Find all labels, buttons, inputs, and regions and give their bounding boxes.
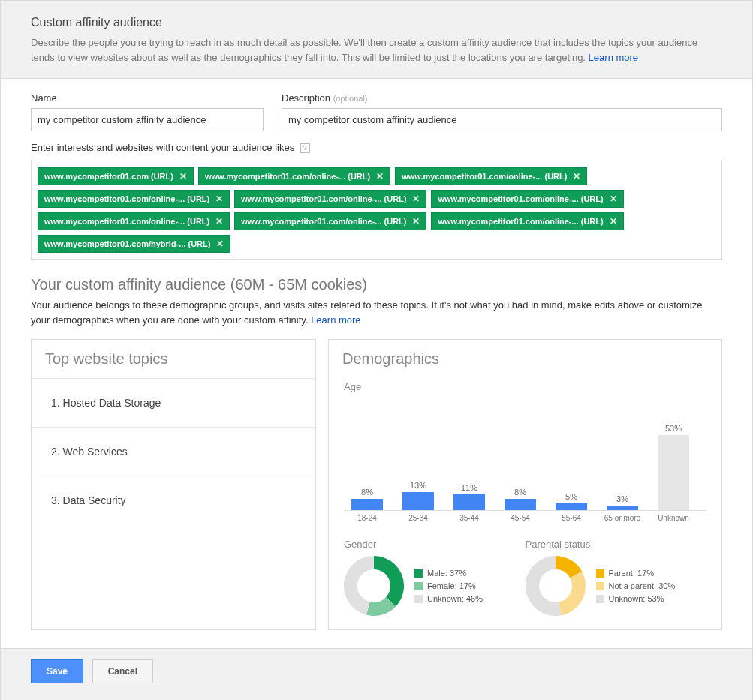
- description-input[interactable]: [282, 108, 722, 131]
- interest-chip[interactable]: www.mycompetitor01.com/online-... (URL)✕: [234, 190, 426, 208]
- close-icon[interactable]: ✕: [610, 217, 617, 226]
- chip-label: www.mycompetitor01.com/online-... (URL): [438, 217, 603, 226]
- parental-donut-chart: [526, 556, 586, 616]
- interests-label: Enter interests and websites with conten…: [31, 142, 722, 153]
- interest-chip[interactable]: www.mycompetitor01.com/hybrid-... (URL)✕: [38, 235, 230, 253]
- legend-row: Male: 37%: [414, 569, 483, 578]
- optional-hint: (optional): [333, 94, 368, 103]
- gender-donut-chart: [344, 556, 404, 616]
- topic-item: 2. Web Services: [32, 427, 315, 476]
- learn-more-link[interactable]: Learn more: [589, 52, 638, 63]
- description-label-text: Description: [282, 92, 330, 104]
- interest-chip[interactable]: www.mycompetitor01.com/online-... (URL)✕: [38, 190, 230, 208]
- bar-category-label: 65 or more: [601, 514, 644, 522]
- legend-swatch: [414, 569, 423, 578]
- bar-column: 8%: [498, 488, 542, 510]
- close-icon[interactable]: ✕: [412, 217, 420, 226]
- close-icon[interactable]: ✕: [216, 239, 224, 248]
- parental-block: Parental status Parent: 17%Not a parent:…: [526, 536, 707, 616]
- close-icon[interactable]: ✕: [215, 194, 223, 203]
- name-input[interactable]: [31, 108, 264, 131]
- bar: [658, 435, 689, 510]
- chip-label: www.mycompetitor01.com/online-... (URL): [241, 217, 406, 226]
- legend-row: Unknown: 53%: [596, 594, 676, 603]
- gender-label: Gender: [344, 539, 526, 550]
- bar: [505, 499, 536, 510]
- bar: [351, 499, 383, 510]
- bar-category-label: Unknown: [652, 514, 695, 522]
- bar-value: 11%: [461, 483, 477, 492]
- gender-legend: Male: 37%Female: 17%Unknown: 46%: [414, 565, 483, 607]
- audience-heading: Your custom affinity audience (60M - 65M…: [31, 276, 722, 293]
- chip-label: www.mycompetitor01.com (URL): [44, 172, 173, 181]
- interests-chip-box[interactable]: www.mycompetitor01.com (URL)✕www.mycompe…: [31, 161, 722, 260]
- close-icon[interactable]: ✕: [215, 217, 223, 226]
- interest-chip[interactable]: www.mycompetitor01.com/online-... (URL)✕: [234, 212, 426, 230]
- topic-item: 1. Hosted Data Storage: [32, 378, 315, 427]
- bar-column: 53%: [652, 424, 695, 510]
- audience-learn-more-link[interactable]: Learn more: [311, 314, 360, 326]
- legend-row: Parent: 17%: [596, 569, 676, 578]
- legend-label: Female: 17%: [427, 581, 476, 590]
- bar: [453, 494, 485, 510]
- chip-label: www.mycompetitor01.com/online-... (URL): [402, 172, 567, 181]
- legend-swatch: [414, 595, 423, 603]
- audience-subtext-text: Your audience belongs to these demograph…: [31, 299, 702, 326]
- bar-value: 8%: [361, 488, 373, 497]
- demographics-panel: Demographics Age 8%13%11%8%5%3%53% 18-24…: [328, 339, 722, 630]
- bar-value: 8%: [514, 488, 526, 497]
- footer: Save Cancel: [1, 648, 752, 700]
- chip-label: www.mycompetitor01.com/online-... (URL): [44, 194, 209, 203]
- bar: [607, 506, 638, 510]
- bar-column: 11%: [447, 483, 491, 510]
- page-description: Describe the people you're trying to rea…: [31, 35, 722, 65]
- legend-label: Parent: 17%: [609, 569, 655, 578]
- bar-value: 13%: [410, 481, 426, 490]
- chip-label: www.mycompetitor01.com/online-... (URL): [241, 194, 406, 203]
- age-bar-chart: 8%13%11%8%5%3%53%: [344, 406, 706, 511]
- legend-row: Unknown: 46%: [414, 594, 483, 603]
- chip-label: www.mycompetitor01.com/online-... (URL): [44, 217, 209, 226]
- bar-category-label: 25-34: [396, 514, 440, 522]
- header: Custom affinity audience Describe the pe…: [1, 1, 752, 79]
- save-button[interactable]: Save: [31, 659, 83, 683]
- page-title: Custom affinity audience: [31, 16, 722, 29]
- parental-legend: Parent: 17%Not a parent: 30%Unknown: 53%: [596, 565, 676, 607]
- interest-chip[interactable]: www.mycompetitor01.com/online-... (URL)✕: [395, 167, 587, 185]
- bar-column: 3%: [601, 494, 644, 510]
- interest-chip[interactable]: www.mycompetitor01.com/online-... (URL)✕: [431, 190, 623, 208]
- interest-chip[interactable]: www.mycompetitor01.com/online-... (URL)✕: [431, 212, 623, 230]
- interest-chip[interactable]: www.mycompetitor01.com/online-... (URL)✕: [198, 167, 390, 185]
- topics-list: 1. Hosted Data Storage2. Web Services3. …: [32, 378, 315, 524]
- bar-column: 5%: [550, 492, 593, 510]
- cancel-button[interactable]: Cancel: [92, 659, 153, 683]
- help-icon[interactable]: ?: [300, 143, 310, 153]
- close-icon[interactable]: ✕: [376, 172, 384, 181]
- interest-chip[interactable]: www.mycompetitor01.com (URL)✕: [38, 167, 194, 185]
- legend-swatch: [596, 595, 604, 603]
- close-icon[interactable]: ✕: [412, 194, 420, 203]
- close-icon[interactable]: ✕: [610, 194, 617, 203]
- bar-value: 53%: [665, 424, 682, 433]
- legend-row: Not a parent: 30%: [596, 581, 676, 590]
- bar: [402, 492, 434, 511]
- topics-panel: Top website topics 1. Hosted Data Storag…: [31, 339, 316, 630]
- bar-column: 8%: [345, 488, 389, 510]
- age-label: Age: [344, 381, 706, 392]
- description-label: Description (optional): [282, 92, 722, 104]
- interest-chip[interactable]: www.mycompetitor01.com/online-... (URL)✕: [38, 212, 230, 230]
- chip-label: www.mycompetitor01.com/hybrid-... (URL): [44, 239, 210, 248]
- close-icon[interactable]: ✕: [573, 172, 580, 181]
- parental-label: Parental status: [526, 539, 707, 550]
- topic-item: 3. Data Security: [32, 476, 315, 524]
- bar-category-label: 55-64: [550, 514, 593, 522]
- bar-value: 5%: [565, 492, 577, 501]
- bar-category-label: 18-24: [345, 514, 389, 522]
- legend-label: Unknown: 46%: [427, 594, 483, 603]
- legend-swatch: [596, 582, 604, 590]
- main: Name Description (optional) Enter intere…: [1, 79, 752, 648]
- gender-block: Gender Male: 37%Female: 17%Unknown: 46%: [344, 536, 526, 616]
- topics-title: Top website topics: [32, 340, 315, 378]
- close-icon[interactable]: ✕: [179, 172, 187, 181]
- legend-label: Not a parent: 30%: [609, 581, 676, 590]
